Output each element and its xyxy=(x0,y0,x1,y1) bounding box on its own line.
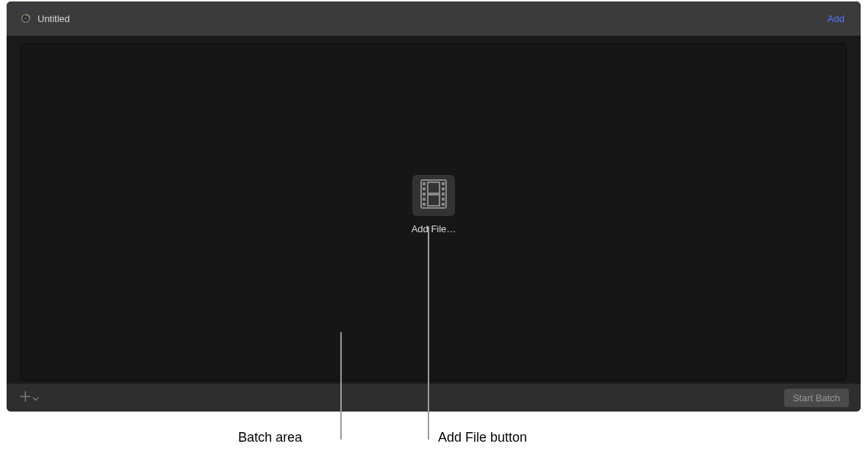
compressor-app-icon xyxy=(20,12,32,24)
callout-line-batch-area xyxy=(340,332,342,439)
svg-rect-15 xyxy=(428,195,440,206)
batch-area[interactable]: Add File… xyxy=(21,43,847,381)
callout-label-batch-area: Batch area xyxy=(238,430,302,445)
add-file-label: Add File… xyxy=(412,223,456,234)
plus-icon xyxy=(20,391,31,405)
chevron-down-icon xyxy=(32,391,39,404)
svg-rect-10 xyxy=(442,187,445,190)
window-title: Untitled xyxy=(37,13,70,24)
add-button[interactable]: Add xyxy=(828,13,844,24)
film-icon-bg xyxy=(412,175,455,216)
svg-rect-11 xyxy=(442,193,445,195)
svg-rect-12 xyxy=(442,198,445,201)
svg-rect-7 xyxy=(423,198,426,201)
add-menu-button[interactable] xyxy=(20,391,39,405)
callout-label-add-file: Add File button xyxy=(438,430,527,445)
window-header: Untitled Add xyxy=(7,1,861,36)
header-left-group: Untitled xyxy=(20,12,70,24)
start-batch-button[interactable]: Start Batch xyxy=(784,389,849,407)
svg-rect-8 xyxy=(423,203,426,206)
svg-rect-5 xyxy=(423,187,426,190)
svg-rect-13 xyxy=(442,203,445,206)
add-file-button[interactable]: Add File… xyxy=(412,175,456,234)
app-window: Untitled Add xyxy=(7,1,861,412)
svg-point-2 xyxy=(24,17,26,19)
film-icon xyxy=(420,179,447,212)
svg-rect-4 xyxy=(423,182,426,185)
callout-line-add-file xyxy=(428,226,429,439)
svg-rect-6 xyxy=(423,193,426,195)
svg-rect-14 xyxy=(428,182,440,193)
svg-rect-9 xyxy=(442,182,445,185)
window-footer: Start Batch xyxy=(7,384,861,412)
